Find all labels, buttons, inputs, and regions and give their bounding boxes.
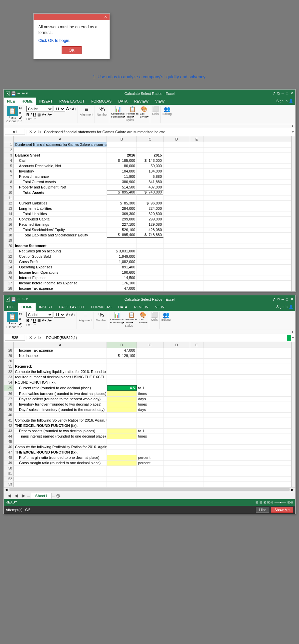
cell-a28-2[interactable]: Income Tax Expense <box>14 348 107 353</box>
undo-icon-2[interactable]: ↩ <box>17 297 20 301</box>
cell-b48[interactable] <box>107 455 137 460</box>
cell-b8[interactable]: 380,900 <box>107 179 137 184</box>
format-as-table-button[interactable]: 📋 Format asTable▾ <box>127 106 139 118</box>
minimize-icon-2[interactable]: ─ <box>282 297 284 301</box>
close-icon-2[interactable]: ✕ <box>290 297 293 301</box>
border-button[interactable]: ▦ <box>37 113 41 117</box>
increase-font-2[interactable]: A↑ <box>66 313 70 317</box>
vertical-scrollbar-2[interactable] <box>291 342 295 487</box>
cell-c36[interactable]: times <box>137 391 163 396</box>
cell-c6[interactable]: 134,000 <box>137 169 163 174</box>
cell-b7[interactable]: 11,900 <box>107 174 137 179</box>
cancel-formula-icon[interactable]: ✕ <box>29 130 32 134</box>
cell-a27[interactable]: Income before Income Tax Expense <box>14 281 107 286</box>
cell-b38[interactable] <box>107 402 137 407</box>
cell-a22[interactable]: Cost of Goods Sold <box>14 254 107 259</box>
cell-b39[interactable] <box>107 407 137 412</box>
save-icon[interactable]: 💾 <box>11 91 16 96</box>
tab-data[interactable]: DATA <box>115 98 131 105</box>
insert-function-icon-2[interactable]: fx <box>38 335 41 340</box>
paste-button[interactable]: 📋 <box>7 106 18 116</box>
cell-a1[interactable]: Condensed financial statements for Games… <box>14 142 107 147</box>
cell-a14[interactable]: Total Liabilities <box>14 211 107 216</box>
paste-button-2[interactable]: 📋 <box>7 312 18 322</box>
maximize-icon-2[interactable]: □ <box>286 297 288 301</box>
cell-a43[interactable]: Debt to assets (rounded to two decimal p… <box>14 429 107 434</box>
cell-a15[interactable]: Contributed Capital <box>14 217 107 222</box>
scroll-right-icon[interactable]: ▶ <box>290 488 295 491</box>
dialog-ok-button[interactable]: OK <box>62 46 81 54</box>
cell-c49[interactable]: percent <box>137 461 163 466</box>
sign-in[interactable]: Sign In 👤 <box>276 99 295 103</box>
decrease-font-2[interactable]: A↓ <box>71 313 75 317</box>
cell-c43[interactable]: to 1 <box>137 429 163 434</box>
italic-button-2[interactable]: I <box>31 318 32 323</box>
formula-input-1[interactable] <box>43 130 291 134</box>
bold-button[interactable]: B <box>26 113 29 117</box>
help-icon-2[interactable]: ? <box>273 297 275 302</box>
cell-b17[interactable]: 526,100 <box>107 227 137 232</box>
cell-styles-button[interactable]: 🎨 CellStyles▾ <box>140 106 149 118</box>
cell-c10[interactable]: $ 748,880 <box>137 190 163 195</box>
cell-b9[interactable]: 514,500 <box>107 185 137 190</box>
conditional-formatting-button[interactable]: 📊 ConditionalFormatting▾ <box>111 106 125 118</box>
cell-a4[interactable]: Cash <box>14 158 107 163</box>
format-as-table-button-2[interactable]: 📋 Format asTable▾ <box>126 312 138 324</box>
tab-page-layout[interactable]: PAGE LAYOUT <box>56 98 88 105</box>
cell-b13[interactable]: 284,000 <box>107 206 137 211</box>
cell-c16[interactable]: 129,080 <box>137 222 163 227</box>
dialog-link[interactable]: Click OK to begin. <box>38 38 70 43</box>
cell-b5[interactable]: 80,000 <box>107 163 137 168</box>
cell-b49[interactable] <box>107 461 137 466</box>
cell-b10[interactable]: $ 895,400 <box>107 190 137 195</box>
cell-b26[interactable]: 14,500 <box>107 275 137 280</box>
copy-button-2[interactable]: ⧉ <box>19 317 22 321</box>
quick-access-icon-2[interactable]: ▾ <box>26 297 28 301</box>
cell-b43[interactable] <box>107 429 137 434</box>
confirm-formula-icon-2[interactable]: ✓ <box>34 335 37 340</box>
cell-a49[interactable]: Gross margin ratio (rounded to one decim… <box>14 461 107 466</box>
cell-a7[interactable]: Prepaid Insurance <box>14 174 107 179</box>
tab-home-2[interactable]: HOME <box>18 303 36 311</box>
cell-c17[interactable]: 428,080 <box>137 227 163 232</box>
cell-a38[interactable]: Inventory turnover (rounded to two decim… <box>14 402 107 407</box>
cell-c4[interactable]: $ 143,000 <box>137 158 163 163</box>
view-layout-icon[interactable]: ⊠ <box>263 500 266 504</box>
cell-a13[interactable]: Long-term Liabilities <box>14 206 107 211</box>
tab-home[interactable]: HOME <box>18 98 36 105</box>
restore-icon-2[interactable]: ⧉ <box>277 297 280 301</box>
increase-font-icon[interactable]: A↑ <box>66 106 71 111</box>
dialog-close-button[interactable]: ✕ <box>103 14 108 20</box>
tab-file[interactable]: FILE <box>4 98 18 105</box>
cell-b36[interactable] <box>107 391 137 396</box>
cell-c7[interactable]: 5,880 <box>137 174 163 179</box>
cell-b27[interactable]: 176,100 <box>107 281 137 286</box>
cell-a9[interactable]: Property and Equipment, Net <box>14 185 107 190</box>
cell-a41[interactable]: Compute the following Solvency Ratios fo… <box>14 418 107 423</box>
cut-button[interactable]: ✂ <box>19 106 22 111</box>
cell-b24[interactable]: 891,400 <box>107 265 137 270</box>
cell-a21[interactable]: Net Sales (all on account) <box>14 249 107 254</box>
cell-b14[interactable]: 369,300 <box>107 211 137 216</box>
cell-c48[interactable]: percent <box>137 455 163 460</box>
cell-a20[interactable]: Income Statement <box>14 243 107 248</box>
quick-access-icon[interactable]: ▾ <box>26 91 28 96</box>
cell-b29[interactable]: $ 129,100 <box>107 353 137 358</box>
confirm-formula-icon[interactable]: ✓ <box>34 130 37 134</box>
font-size-select-2[interactable]: 11 <box>54 312 65 318</box>
fill-color-2[interactable]: A▾ <box>42 318 46 323</box>
cell-a23[interactable]: Gross Profit <box>14 259 107 264</box>
tab-review[interactable]: REVIEW <box>131 98 152 105</box>
formula-expand-icon-2[interactable]: ▾ <box>292 336 294 340</box>
tab-formulas[interactable]: FORMULAS <box>88 98 115 105</box>
sign-in-2[interactable]: Sign In 👤 <box>276 305 295 309</box>
tab-prev-icon[interactable]: ◀ <box>13 493 20 498</box>
cell-c12[interactable]: $ 96,800 <box>137 201 163 206</box>
border-button-2[interactable]: ▦ <box>37 318 41 323</box>
cell-a36[interactable]: Receivables turnover (rounded to two dec… <box>14 391 107 396</box>
cell-a37[interactable]: Days to collect (rounded to the nearest … <box>14 397 107 402</box>
cell-c18[interactable]: $ 748,880 <box>137 233 163 238</box>
tab-file-2[interactable]: FILE <box>4 303 18 311</box>
cell-c1[interactable] <box>137 142 163 147</box>
cell-a5[interactable]: Accounts Receivable, Net <box>14 163 107 168</box>
